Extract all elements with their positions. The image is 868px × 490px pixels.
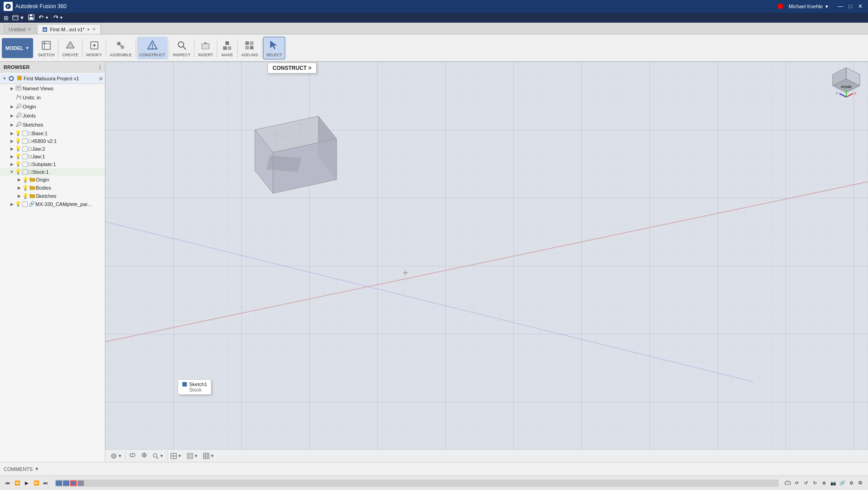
svg-rect-88 bbox=[188, 454, 190, 456]
light-icon-3: 💡 bbox=[15, 146, 21, 152]
isometric-box-svg bbox=[223, 103, 350, 211]
tree-item-stock1[interactable]: ▼ 💡 □ Stock:1 bbox=[0, 168, 105, 176]
tree-item-base1[interactable]: ▶ 💡 □ Base:1 bbox=[0, 129, 105, 137]
tl-play[interactable]: ▶ bbox=[23, 479, 31, 487]
svg-rect-36 bbox=[250, 46, 254, 49]
model-mode-btn[interactable]: MODEL ▼ bbox=[2, 38, 33, 58]
svg-rect-30 bbox=[223, 46, 227, 50]
tl-to-start[interactable]: ⏮ bbox=[4, 479, 12, 487]
tab-project-close[interactable]: ✕ bbox=[92, 27, 96, 32]
tl-to-end[interactable]: ⏭ bbox=[42, 479, 50, 487]
tree-item-stock-sketches[interactable]: ▶ 💡 Sketches bbox=[0, 192, 105, 200]
construct-group[interactable]: CONSTRUCT bbox=[137, 37, 168, 59]
tree-item-mx330[interactable]: ▶ 💡 🔗 MX-330_CAMplete_par... bbox=[0, 200, 105, 208]
tree-item-joints[interactable]: ▶ Joints bbox=[0, 111, 105, 120]
viewcube[interactable]: HOME X Y Z bbox=[828, 65, 864, 102]
svg-rect-49 bbox=[18, 122, 21, 126]
insert-group[interactable]: INSERT bbox=[195, 37, 216, 59]
zoom-btn[interactable]: ▼ bbox=[151, 452, 166, 460]
checkbox-7[interactable] bbox=[22, 201, 28, 207]
tl-track[interactable] bbox=[55, 480, 779, 487]
tl-tool-8[interactable]: ⚙ bbox=[847, 479, 855, 487]
tab-untitled-close[interactable]: ✕ bbox=[28, 27, 31, 32]
tree-item-bodies[interactable]: ▶ 💡 Bodies bbox=[0, 184, 105, 192]
tree-item-stock-origin[interactable]: ▶ 💡 Origin bbox=[0, 176, 105, 184]
tree-item-jaw2[interactable]: ▶ 💡 □ Jaw:2 bbox=[0, 145, 105, 152]
maximize-btn[interactable]: □ bbox=[846, 3, 854, 10]
jaw2-icon: □ bbox=[29, 146, 32, 152]
tree-item-subplate[interactable]: ▶ 💡 □ Subplate:1 bbox=[0, 160, 105, 168]
orbit-btn[interactable] bbox=[127, 451, 138, 461]
undo-btn[interactable]: ▼ bbox=[38, 15, 49, 21]
insert-label: INSERT bbox=[198, 53, 213, 57]
checkbox-2[interactable] bbox=[22, 138, 28, 144]
tree-item-45800[interactable]: ▶ 💡 □ 45800 v2:1 bbox=[0, 137, 105, 145]
tl-tool-7[interactable]: 🔗 bbox=[838, 479, 846, 487]
tl-next[interactable]: ⏩ bbox=[32, 479, 40, 487]
tl-step-2[interactable] bbox=[63, 480, 69, 486]
checkbox-4[interactable] bbox=[22, 154, 28, 159]
checkbox-5[interactable] bbox=[22, 162, 28, 167]
sketch-icon bbox=[40, 39, 53, 52]
redo-btn[interactable]: ▼ bbox=[53, 15, 63, 21]
tl-tool-4[interactable]: ↻ bbox=[811, 479, 819, 487]
svg-marker-37 bbox=[270, 41, 277, 49]
comments-chevron[interactable]: ▼ bbox=[34, 466, 39, 471]
subplate-icon: □ bbox=[29, 162, 32, 167]
svg-rect-40 bbox=[17, 76, 22, 80]
select-group[interactable]: SELECT bbox=[263, 37, 285, 59]
tl-step-1[interactable] bbox=[56, 480, 62, 486]
viewport[interactable]: HOME X Y Z Sketch1 Stock ▼ bbox=[105, 62, 868, 462]
assemble-group[interactable]: ASSEMBLE bbox=[107, 37, 135, 59]
display-mode-btn[interactable]: ▼ bbox=[185, 452, 200, 460]
sketch-group[interactable]: SKETCH bbox=[35, 37, 58, 59]
svg-text:M: M bbox=[44, 28, 46, 31]
tab-untitled[interactable]: Untitled ✕ bbox=[4, 24, 36, 34]
svg-rect-11 bbox=[42, 41, 50, 49]
tl-tool-5[interactable]: ⊕ bbox=[820, 479, 828, 487]
tree-item-origin-1[interactable]: ▶ Origin bbox=[0, 102, 105, 111]
root-settings-icon[interactable]: ⚙ bbox=[99, 76, 103, 81]
checkbox-1[interactable] bbox=[22, 131, 28, 136]
tree-item-jaw1[interactable]: ▶ 💡 □ Jaw:1 bbox=[0, 152, 105, 160]
light-icon-1: 💡 bbox=[15, 130, 21, 136]
checkbox-3[interactable] bbox=[22, 146, 28, 152]
tree-item-named-views[interactable]: ▶ Named Views bbox=[0, 84, 105, 93]
add-ins-group[interactable]: ADD-INS bbox=[239, 37, 261, 59]
tl-prev[interactable]: ⏪ bbox=[13, 479, 21, 487]
close-btn[interactable]: ✕ bbox=[856, 3, 864, 10]
tree-item-sketches-1[interactable]: ▶ Sketches bbox=[0, 120, 105, 129]
save-btn[interactable] bbox=[28, 14, 34, 22]
3d-box bbox=[223, 103, 350, 213]
named-views-label: Named Views bbox=[23, 86, 54, 91]
tl-tool-2[interactable]: ⟳ bbox=[793, 479, 801, 487]
view-orient-btn[interactable]: ▼ bbox=[109, 452, 124, 460]
view-mode-btn[interactable]: ▼ bbox=[169, 452, 184, 460]
minimize-btn[interactable]: — bbox=[836, 3, 844, 10]
tree-item-units[interactable]: Units: in bbox=[0, 93, 105, 102]
tab-project[interactable]: M First M...ect v1* ● ✕ bbox=[37, 24, 100, 34]
checkbox-6[interactable] bbox=[22, 169, 28, 175]
tl-step-4[interactable] bbox=[78, 480, 84, 486]
tl-tool-6[interactable]: 📷 bbox=[829, 479, 837, 487]
svg-rect-32 bbox=[225, 41, 229, 45]
inspect-group[interactable]: INSPECT bbox=[170, 37, 193, 59]
modify-group[interactable]: MODIFY bbox=[83, 37, 105, 59]
grid-display-btn[interactable]: ▼ bbox=[201, 452, 216, 460]
user-chevron[interactable]: ▼ bbox=[824, 4, 829, 9]
tl-tool-1[interactable] bbox=[784, 479, 792, 487]
create-group[interactable]: CREATE bbox=[59, 37, 81, 59]
tl-settings[interactable]: ⚙ bbox=[856, 479, 864, 487]
tl-tool-3[interactable]: ↺ bbox=[802, 479, 810, 487]
make-group[interactable]: MAKE bbox=[218, 37, 236, 59]
file-menu[interactable]: ▼ bbox=[12, 15, 24, 21]
pan-btn[interactable] bbox=[139, 451, 149, 461]
root-tree-item[interactable]: ▼ First Matsuura Project v1 ⚙ bbox=[0, 74, 105, 84]
mx330-label: MX-330_CAMplete_par... bbox=[35, 201, 92, 207]
tl-step-3[interactable] bbox=[70, 480, 77, 486]
quick-access-bar: ⊞ ▼ ▼ ▼ bbox=[0, 13, 868, 23]
svg-line-27 bbox=[183, 47, 186, 49]
svg-rect-34 bbox=[250, 41, 254, 45]
sidebar-collapse-btn[interactable]: ⟨ bbox=[99, 64, 101, 70]
grid-icon[interactable]: ⊞ bbox=[4, 15, 9, 21]
